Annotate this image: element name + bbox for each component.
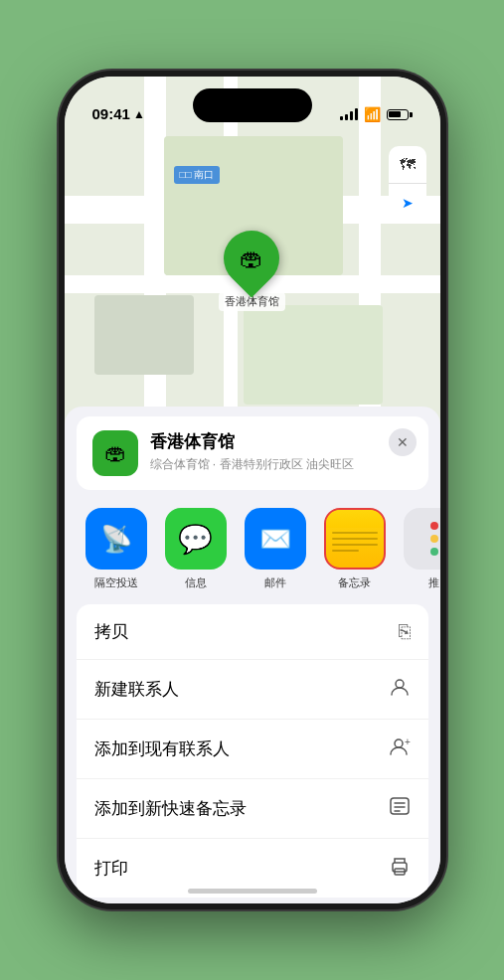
quick-note-icon <box>389 795 411 822</box>
home-indicator <box>188 889 317 894</box>
share-item-notes[interactable]: 备忘录 <box>315 508 395 590</box>
airdrop-label: 隔空投送 <box>94 575 138 590</box>
action-quick-note-label: 添加到新快速备忘录 <box>94 797 247 820</box>
map-controls: 🗺 ➤ <box>389 146 426 222</box>
copy-icon: ⎘ <box>399 620 411 643</box>
svg-text:+: + <box>405 736 411 747</box>
message-icon: 💬 <box>165 508 227 570</box>
place-info: 香港体育馆 综合体育馆 · 香港特别行政区 油尖旺区 <box>150 430 413 473</box>
notes-label: 备忘录 <box>338 575 371 590</box>
phone-frame: 09:41 ▲ 📶 <box>59 71 446 909</box>
share-item-airdrop[interactable]: 📡 隔空投送 <box>77 508 156 590</box>
status-time: 09:41 ▲ <box>92 105 145 122</box>
action-add-existing-label: 添加到现有联系人 <box>94 737 230 760</box>
action-copy[interactable]: 拷贝 ⎘ <box>77 604 428 660</box>
place-icon: 🏟 <box>92 430 138 476</box>
stadium-pin: 🏟 香港体育馆 <box>219 231 285 311</box>
pin-circle: 🏟 <box>212 219 290 297</box>
more-icon <box>404 508 440 570</box>
action-new-contact-label: 新建联系人 <box>94 678 179 701</box>
message-label: 信息 <box>185 575 207 590</box>
action-add-existing-contact[interactable]: 添加到现有联系人 + <box>77 720 428 779</box>
action-copy-label: 拷贝 <box>94 620 128 643</box>
share-item-mail[interactable]: ✉️ 邮件 <box>236 508 315 590</box>
mail-label: 邮件 <box>264 575 286 590</box>
bottom-sheet: 🏟 香港体育馆 综合体育馆 · 香港特别行政区 油尖旺区 ✕ 📡 隔空投送 <box>65 407 440 903</box>
location-icon: ▲ <box>133 107 145 121</box>
action-new-contact[interactable]: 新建联系人 <box>77 660 428 720</box>
phone-screen: 09:41 ▲ 📶 <box>65 77 440 903</box>
more-label: 推 <box>428 575 439 590</box>
add-existing-icon: + <box>389 735 411 762</box>
status-right: 📶 <box>340 106 413 122</box>
map-label: □□ 南口 <box>174 166 221 184</box>
print-icon <box>389 855 411 882</box>
action-quick-note[interactable]: 添加到新快速备忘录 <box>77 779 428 839</box>
svg-point-0 <box>396 680 404 688</box>
battery-icon <box>387 109 413 120</box>
share-row: 📡 隔空投送 💬 信息 ✉️ 邮件 <box>65 500 440 598</box>
action-print-label: 打印 <box>94 857 128 880</box>
place-description: 综合体育馆 · 香港特别行政区 油尖旺区 <box>150 456 413 473</box>
notes-icon <box>324 508 386 570</box>
dynamic-island <box>193 88 312 122</box>
signal-bars <box>340 108 358 120</box>
mail-icon: ✉️ <box>245 508 306 570</box>
wifi-icon: 📶 <box>364 106 381 122</box>
share-item-message[interactable]: 💬 信息 <box>156 508 236 590</box>
svg-point-1 <box>395 739 403 747</box>
new-contact-icon <box>389 676 411 703</box>
airdrop-icon: 📡 <box>85 508 147 570</box>
stadium-icon: 🏟 <box>240 245 263 272</box>
place-name: 香港体育馆 <box>150 430 413 453</box>
share-item-more[interactable]: 推 <box>395 508 440 590</box>
location-button[interactable]: ➤ <box>389 184 426 222</box>
map-view-button[interactable]: 🗺 <box>389 146 426 184</box>
place-card: 🏟 香港体育馆 综合体育馆 · 香港特别行政区 油尖旺区 ✕ <box>77 416 428 490</box>
action-list: 拷贝 ⎘ 新建联系人 添加到现有联系人 <box>77 604 428 898</box>
close-button[interactable]: ✕ <box>389 428 417 456</box>
